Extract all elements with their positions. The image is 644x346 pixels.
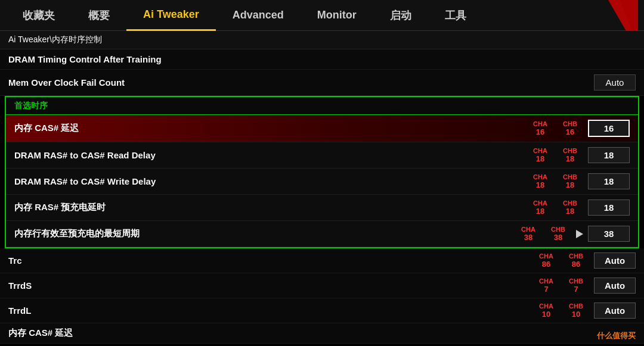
- cha-info: CHA18: [531, 147, 550, 163]
- top-nav: 收藏夹 概要 Ai Tweaker Advanced Monitor 启动 工具: [0, 0, 644, 31]
- chb-info: CHB16: [561, 120, 580, 136]
- row-value[interactable]: Auto: [594, 253, 636, 269]
- cha-info: CHA16: [531, 120, 550, 136]
- mem-overclock-value[interactable]: Auto: [594, 74, 636, 91]
- row-label: DRAM RAS# to CAS# Read Delay: [14, 150, 531, 160]
- row-label: 内存 RAS# 预充电延时: [14, 202, 531, 213]
- chb-info: CHB18: [561, 173, 580, 189]
- chb-info: CHB86: [566, 253, 586, 269]
- nav-item-gongju[interactable]: 工具: [428, 0, 483, 31]
- nav-item-advanced[interactable]: Advanced: [216, 0, 301, 31]
- chb-info: CHB10: [566, 303, 586, 319]
- table-row[interactable]: TrrdSCHA7CHB7Auto: [0, 273, 644, 298]
- table-row[interactable]: DRAM RAS# to CAS# Read DelayCHA18CHB1818: [6, 142, 638, 169]
- cha-info: CHA18: [531, 200, 550, 216]
- table-row[interactable]: 内存 RAS# 预充电延时CHA18CHB1818: [6, 195, 638, 221]
- mem-overclock-row: Mem Over Clock Fail Count Auto: [0, 70, 644, 96]
- chb-info: CHB18: [561, 200, 580, 216]
- outside-rows-container: TrcCHA86CHB86AutoTrrdSCHA7CHB7AutoTrrdLC…: [0, 248, 644, 344]
- nav-item-aitweaker[interactable]: Ai Tweaker: [126, 0, 216, 31]
- nav-item-monitor[interactable]: Monitor: [301, 0, 373, 31]
- nav-item-qidong[interactable]: 启动: [373, 0, 428, 31]
- cha-info: CHA38: [519, 226, 538, 242]
- cha-info: CHA86: [537, 253, 556, 269]
- table-row[interactable]: 内存行有效至预充电的最短周期CHA38CHB3838: [6, 221, 638, 247]
- row-value[interactable]: 18: [588, 173, 630, 189]
- row-label: Trc: [8, 255, 537, 266]
- table-row[interactable]: 内存 CAS# 延迟CHA16CHB1616: [6, 115, 638, 142]
- chb-info: CHB7: [566, 278, 586, 294]
- row-label: 内存 CAS# 延迟: [14, 123, 531, 134]
- table-row[interactable]: 内存 CAS# 延迟: [0, 323, 644, 344]
- row-value[interactable]: 38: [588, 226, 630, 242]
- cha-info: CHA7: [537, 278, 556, 294]
- row-value[interactable]: 18: [588, 200, 630, 216]
- row-label: TrrdL: [8, 306, 537, 316]
- dram-header: DRAM Timing Control After Training: [0, 49, 644, 70]
- cursor-arrow: [576, 230, 583, 238]
- row-label: DRAM RAS# to CAS# Write Delay: [14, 176, 531, 186]
- green-rows-container: 内存 CAS# 延迟CHA16CHB1616DRAM RAS# to CAS# …: [6, 115, 638, 247]
- chb-info: CHB18: [561, 147, 580, 163]
- row-value[interactable]: Auto: [594, 278, 636, 294]
- row-value[interactable]: 16: [588, 120, 630, 137]
- row-label: 内存行有效至预充电的最短周期: [14, 228, 519, 239]
- mem-overclock-label: Mem Over Clock Fail Count: [8, 77, 594, 88]
- nav-item-shoucang[interactable]: 收藏夹: [6, 0, 72, 31]
- cha-info: CHA18: [531, 173, 550, 189]
- table-row[interactable]: DRAM RAS# to CAS# Write DelayCHA18CHB181…: [6, 169, 638, 195]
- priority-timing-section: 首选时序 内存 CAS# 延迟CHA16CHB1616DRAM RAS# to …: [5, 96, 639, 248]
- cha-info: CHA10: [537, 303, 556, 319]
- row-label: 内存 CAS# 延迟: [8, 328, 636, 339]
- watermark: 什么值得买: [597, 331, 636, 341]
- row-value[interactable]: Auto: [594, 303, 636, 319]
- section-title-text: 首选时序: [14, 101, 48, 110]
- section-title-row: 首选时序: [6, 97, 638, 115]
- row-label: TrrdS: [8, 280, 537, 291]
- row-value[interactable]: 18: [588, 147, 630, 163]
- table-row[interactable]: TrrdLCHA10CHB10Auto: [0, 298, 644, 323]
- table-row[interactable]: TrcCHA86CHB86Auto: [0, 248, 644, 273]
- breadcrumb: Ai Tweaker\内存时序控制: [0, 31, 644, 49]
- nav-item-gaiyao[interactable]: 概要: [72, 0, 126, 31]
- chb-info: CHB38: [549, 226, 568, 242]
